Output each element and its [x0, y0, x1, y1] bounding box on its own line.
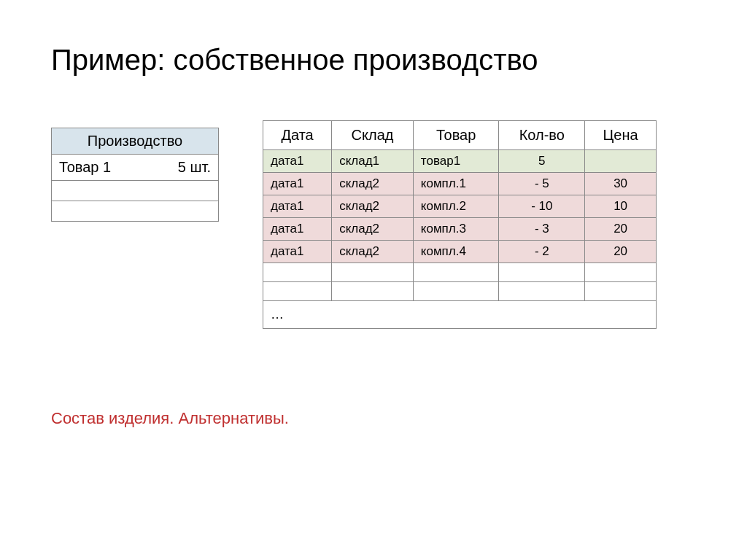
footer-note: Состав изделия. Альтернативы.: [51, 409, 696, 428]
cell-price: 10: [585, 195, 657, 218]
production-table: Производство Товар 1 5 шт.: [51, 128, 219, 222]
cell-product: компл.1: [413, 173, 499, 195]
empty-cell: [332, 263, 414, 282]
cell-qty: 5: [499, 150, 585, 173]
empty-cell: [263, 282, 332, 301]
col-qty: Кол-во: [499, 121, 585, 150]
cell-price: 20: [585, 218, 657, 241]
empty-cell: [332, 282, 414, 301]
table-header-row: Дата Склад Товар Кол-во Цена: [263, 121, 657, 150]
table-row: дата1склад2компл.1- 530: [263, 173, 657, 195]
ellipsis-cell: …: [263, 301, 657, 329]
col-product: Товар: [413, 121, 499, 150]
cell-qty: - 10: [499, 195, 585, 218]
empty-cell: [585, 263, 657, 282]
production-item: Товар 1: [59, 159, 111, 176]
col-date: Дата: [263, 121, 332, 150]
production-header: Производство: [52, 128, 219, 155]
table-row: дата1склад2компл.3- 320: [263, 218, 657, 241]
cell-product: компл.3: [413, 218, 499, 241]
cell-qty: - 3: [499, 218, 585, 241]
cell-date: дата1: [263, 218, 332, 241]
table-row: дата1склад1товар15: [263, 150, 657, 173]
ellipsis-row: …: [263, 301, 657, 329]
table-row: [263, 263, 657, 282]
cell-product: компл.4: [413, 241, 499, 263]
cell-warehouse: склад2: [332, 218, 414, 241]
empty-cell: [499, 263, 585, 282]
tables-container: Производство Товар 1 5 шт.: [51, 120, 696, 329]
cell-price: [585, 150, 657, 173]
cell-date: дата1: [263, 150, 332, 173]
empty-cell: [263, 263, 332, 282]
cell-warehouse: склад2: [332, 241, 414, 263]
cell-qty: - 5: [499, 173, 585, 195]
table-row: дата1склад2компл.4- 220: [263, 241, 657, 263]
cell-date: дата1: [263, 173, 332, 195]
empty-cell: [499, 282, 585, 301]
cell-date: дата1: [263, 195, 332, 218]
production-qty: 5 шт.: [178, 159, 211, 176]
detail-table: Дата Склад Товар Кол-во Цена дата1склад1…: [263, 120, 657, 329]
cell-warehouse: склад2: [332, 195, 414, 218]
cell-product: товар1: [413, 150, 499, 173]
cell-price: 30: [585, 173, 657, 195]
empty-cell: [585, 282, 657, 301]
table-row: [52, 201, 219, 222]
empty-cell: [413, 282, 499, 301]
cell-product: компл.2: [413, 195, 499, 218]
cell-date: дата1: [263, 241, 332, 263]
cell-price: 20: [585, 241, 657, 263]
col-price: Цена: [585, 121, 657, 150]
table-row: дата1склад2компл.2- 1010: [263, 195, 657, 218]
cell-qty: - 2: [499, 241, 585, 263]
col-warehouse: Склад: [332, 121, 414, 150]
cell-warehouse: склад1: [332, 150, 414, 173]
empty-cell: [413, 263, 499, 282]
slide-title: Пример: собственное производство: [51, 44, 696, 77]
table-row: [263, 282, 657, 301]
table-row: [52, 181, 219, 201]
table-row: Товар 1 5 шт.: [52, 155, 219, 181]
cell-warehouse: склад2: [332, 173, 414, 195]
